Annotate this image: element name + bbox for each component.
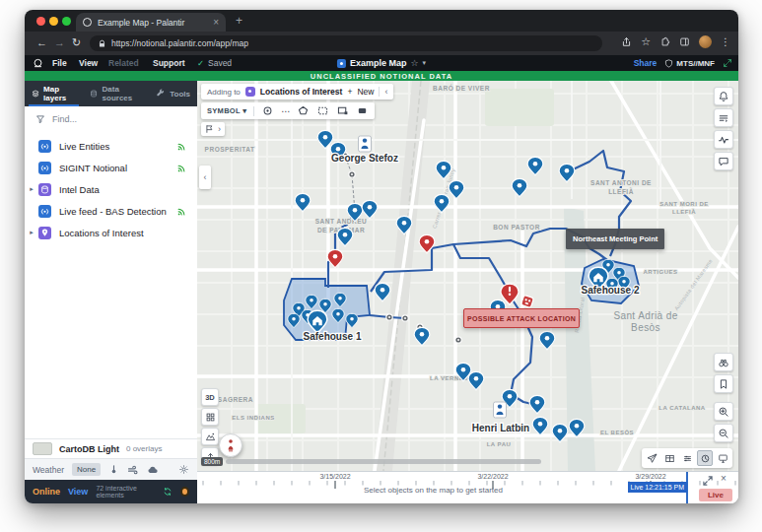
grid-button[interactable]	[201, 408, 219, 426]
bookmarks-button[interactable]	[714, 374, 733, 393]
alerts-bell-button[interactable]	[714, 87, 733, 105]
online-label[interactable]: Online	[33, 487, 60, 497]
browser-menu-icon[interactable]: ⋮	[721, 36, 730, 47]
history-clock-button[interactable]	[697, 450, 713, 466]
map-pin[interactable]	[449, 180, 464, 198]
new-plus-icon[interactable]: +	[347, 87, 352, 97]
traffic-close-button[interactable]	[36, 17, 45, 26]
table-view-button[interactable]	[661, 450, 677, 466]
map-pin[interactable]	[512, 178, 527, 196]
map-pin[interactable]	[375, 283, 390, 300]
map-pin[interactable]	[529, 395, 545, 413]
pegman-control[interactable]	[219, 433, 242, 457]
tab-tools[interactable]: Tools	[149, 81, 197, 106]
menu-file[interactable]: File	[52, 55, 67, 71]
doc-title[interactable]: Example Map	[350, 58, 407, 68]
back-icon[interactable]: ←	[36, 36, 47, 48]
view-label[interactable]: View	[68, 487, 88, 497]
menu-related[interactable]: Related	[108, 55, 139, 71]
weather-settings-gear-icon[interactable]	[178, 464, 189, 475]
region-tool-icon[interactable]	[336, 104, 349, 117]
menu-view[interactable]: View	[79, 55, 98, 71]
tree-caret-icon[interactable]: ▸	[25, 185, 38, 193]
notification-dot[interactable]	[180, 487, 189, 497]
share-button[interactable]: Share	[634, 58, 658, 68]
terrain-button[interactable]	[201, 428, 219, 445]
map-pin[interactable]	[414, 327, 430, 345]
title-caret-icon[interactable]: ▾	[423, 59, 427, 67]
map-pin[interactable]	[468, 371, 484, 389]
scale-line[interactable]	[226, 459, 541, 464]
traffic-minimize-button[interactable]	[49, 17, 58, 26]
polygon-tool-icon[interactable]	[297, 104, 310, 117]
person-marker[interactable]	[494, 402, 507, 418]
3d-button[interactable]: 3D	[201, 388, 219, 406]
side-panel-icon[interactable]	[679, 36, 690, 47]
sidebar-collapse-handle[interactable]: ‹	[199, 166, 211, 189]
close-timeline-icon[interactable]: ×	[721, 473, 727, 484]
entity-label[interactable]: Henri Latbin	[472, 423, 529, 433]
expand-timeline-icon[interactable]	[702, 475, 714, 487]
attack-location-annotation[interactable]: POSSIBLE ATTACK LOCATION	[463, 308, 580, 328]
bookmark-star-icon[interactable]: ☆	[641, 35, 651, 48]
queue-button[interactable]	[714, 108, 733, 127]
entity-label[interactable]: George Stefoz	[331, 153, 398, 164]
layer-row-intel-data[interactable]: ▸ Intel Data	[25, 178, 197, 200]
symbol-dropdown[interactable]: SYMBOL ▾	[207, 106, 246, 115]
route-line[interactable]	[432, 244, 509, 292]
sync-icon[interactable]	[163, 486, 173, 498]
share-page-icon[interactable]	[621, 36, 632, 47]
menu-support[interactable]: Support	[153, 55, 185, 71]
entity-label[interactable]: Safehouse 2	[582, 285, 640, 296]
comments-button[interactable]	[714, 152, 733, 170]
layer-row-live-entities[interactable]: Live Entities	[25, 135, 197, 157]
timeline-panel[interactable]: 3/15/2022 3/22/2022 3/29/2022 Select obj…	[197, 471, 738, 503]
traffic-zoom-button[interactable]	[62, 17, 71, 26]
weather-none-button[interactable]: None	[72, 463, 101, 476]
new-button[interactable]: New	[357, 87, 374, 97]
map-pin[interactable]	[337, 228, 353, 245]
map-pin[interactable]	[552, 424, 568, 441]
point-tool-icon[interactable]	[261, 104, 274, 117]
address-bar[interactable]: https://notional.palantir.com/app/map	[90, 35, 602, 51]
map-canvas[interactable]: BARÓ DE VIVERPROSPERITATSANT ANDREUDE PA…	[197, 81, 738, 471]
wind-icon[interactable]	[127, 464, 139, 476]
basemap-row[interactable]: CartoDB Light 0 overlays	[25, 438, 197, 458]
live-button[interactable]: Live	[699, 489, 732, 501]
layer-row-locations-of-interest[interactable]: ▸ Locations of Interest	[25, 222, 197, 243]
collapse-bar-icon[interactable]: ‹	[384, 87, 387, 97]
extensions-puzzle-icon[interactable]	[659, 36, 670, 47]
classification-button[interactable]: MTS//MNF	[664, 59, 715, 68]
map-flag-button[interactable]: ›	[201, 122, 225, 136]
layer-row-sigint[interactable]: SIGINT Notional	[25, 157, 197, 178]
cluster-pin[interactable]	[346, 313, 358, 327]
adding-layer-name[interactable]: Locations of Interest	[260, 87, 343, 97]
person-marker[interactable]	[359, 136, 372, 152]
more-tools-icon[interactable]: ⋯	[281, 106, 290, 116]
find-filter[interactable]: Find...	[25, 110, 197, 128]
map-pin[interactable]	[539, 331, 555, 349]
zoom-out-button[interactable]	[714, 424, 733, 442]
tree-caret-icon[interactable]: ▸	[25, 229, 38, 236]
map-pin[interactable]	[295, 193, 311, 211]
map-pin[interactable]	[532, 417, 548, 434]
swatch-tool-icon[interactable]	[356, 104, 369, 117]
temperature-icon[interactable]	[108, 464, 119, 475]
search-area-button[interactable]	[714, 353, 733, 371]
flight-view-button[interactable]	[644, 450, 659, 466]
entity-label[interactable]: Safehouse 1	[304, 331, 362, 342]
favorite-star-icon[interactable]: ☆	[410, 58, 418, 68]
tab-data-sources[interactable]: Data sources	[83, 81, 149, 106]
meeting-point-annotation[interactable]: Northeast Meeting Point	[566, 229, 664, 249]
new-tab-button[interactable]: +	[236, 14, 242, 28]
map-pin[interactable]	[527, 157, 543, 174]
presentation-view-button[interactable]	[715, 450, 730, 466]
zoom-in-button[interactable]	[714, 402, 733, 421]
rectangle-select-tool-icon[interactable]	[316, 104, 329, 117]
precipitation-icon[interactable]	[147, 464, 159, 476]
open-window-icon[interactable]	[723, 58, 732, 68]
tab-map-layers[interactable]: Map layers	[25, 81, 83, 106]
tab-close-icon[interactable]: ×	[213, 17, 219, 28]
activity-button[interactable]	[714, 130, 733, 149]
map-pin[interactable]	[362, 200, 378, 218]
